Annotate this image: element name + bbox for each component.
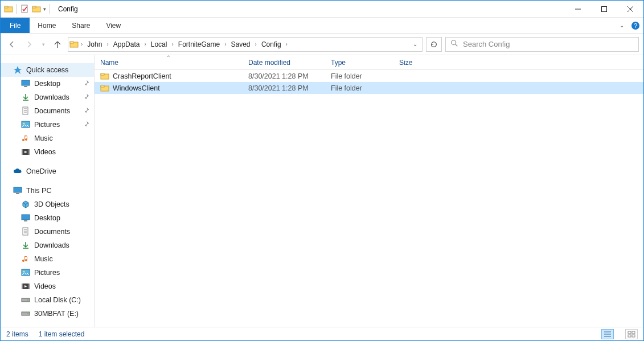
refresh-button[interactable] [426,37,442,52]
file-type: File folder [325,72,393,80]
body: Quick access DesktopDownloadsDocumentsPi… [1,55,643,327]
svg-rect-2 [22,5,27,13]
documents-icon [21,106,30,116]
qat-dropdown-icon[interactable]: ▾ [43,6,46,12]
column-header-size[interactable]: Size [393,55,433,69]
navigation-pane: Quick access DesktopDownloadsDocumentsPi… [1,55,95,327]
sidebar-item-videos[interactable]: Videos [1,280,94,293]
up-button[interactable] [51,38,64,51]
sidebar-item-music[interactable]: Music [1,132,94,145]
tab-share[interactable]: Share [64,18,98,33]
back-button[interactable] [5,38,19,51]
documents-icon [21,227,30,236]
sidebar-onedrive[interactable]: OneDrive [1,165,94,178]
svg-rect-12 [70,42,73,43]
ribbon-expand-icon[interactable]: ⌄ [616,18,627,33]
tab-home[interactable]: Home [30,18,64,33]
breadcrumb[interactable]: Local [149,38,170,51]
folder-icon[interactable] [32,5,41,14]
chevron-right-icon[interactable]: › [254,41,258,47]
sidebar-item-documents[interactable]: Documents [1,225,94,239]
sidebar-quick-access[interactable]: Quick access [1,63,94,77]
address-bar[interactable]: › John› AppData› Local› FortniteGame› Sa… [68,37,423,52]
svg-rect-57 [628,335,631,337]
breadcrumb[interactable]: AppData [111,38,142,51]
chevron-right-icon[interactable]: › [223,41,227,47]
sidebar-item-3d-objects[interactable]: 3D Objects [1,198,94,211]
search-box[interactable]: Search Config [445,37,639,52]
properties-icon[interactable] [20,5,30,14]
chevron-right-icon[interactable]: › [80,41,84,47]
breadcrumb[interactable]: FortniteGame [176,38,222,51]
svg-marker-15 [14,66,22,74]
recent-dropdown-icon[interactable]: ▾ [39,38,47,51]
music-icon [21,134,30,143]
column-header-date[interactable]: Date modified [243,55,325,69]
sidebar-item-label: Pictures [34,121,60,129]
sidebar-item-downloads[interactable]: Downloads [1,91,94,104]
breadcrumb[interactable]: Saved [229,38,253,51]
sidebar-item-desktop[interactable]: Desktop [1,211,94,225]
svg-point-45 [27,299,28,301]
sidebar-item-music[interactable]: Music [1,252,94,266]
3d-icon [21,200,30,209]
details-view-button[interactable] [601,329,614,339]
svg-rect-55 [628,331,631,334]
onedrive-icon [13,167,22,176]
file-tab[interactable]: File [1,18,30,33]
sidebar-item-pictures[interactable]: Pictures [1,266,94,280]
column-header-name[interactable]: Name⌃ [95,55,243,69]
folder-icon [69,40,79,49]
close-button[interactable] [617,1,643,18]
videos-icon [21,147,30,157]
thumbnails-view-button[interactable] [625,329,638,339]
sidebar-this-pc[interactable]: This PC [1,184,94,198]
file-name: CrashReportClient [113,72,171,80]
chevron-right-icon[interactable]: › [105,41,109,47]
downloads-icon [21,241,30,250]
sidebar-item-label: Videos [34,148,56,156]
sidebar-item-videos[interactable]: Videos [1,145,94,159]
sidebar-item-label: Music [34,255,53,263]
sidebar-item-label: 30MBFAT (E:) [34,310,79,318]
svg-rect-31 [22,215,30,220]
search-placeholder: Search Config [463,40,510,48]
chevron-right-icon[interactable]: › [285,41,289,47]
file-rows: CrashReportClient8/30/2021 1:28 PMFile f… [95,70,643,327]
svg-rect-17 [24,86,27,87]
sidebar-item-label: Quick access [26,66,68,74]
maximize-button[interactable] [591,1,617,18]
svg-rect-41 [22,284,23,289]
breadcrumb[interactable]: John [85,38,104,51]
tab-view[interactable]: View [98,18,129,33]
sidebar-item-pictures[interactable]: Pictures [1,118,94,132]
pictures-icon [21,120,30,129]
sidebar-item-30mbfat-e-[interactable]: 30MBFAT (E:) [1,307,94,321]
svg-rect-4 [32,6,36,8]
table-row[interactable]: WindowsClient8/30/2021 1:28 PMFile folde… [95,82,643,94]
svg-rect-51 [101,85,104,87]
status-item-count: 2 items [6,330,28,338]
sidebar-item-documents[interactable]: Documents [1,104,94,118]
sidebar-item-local-disk-c-[interactable]: Local Disk (C:) [1,293,94,307]
sidebar-item-label: 3D Objects [34,200,69,208]
sidebar-item-label: Downloads [34,241,69,249]
forward-button[interactable] [22,38,36,51]
address-dropdown-icon[interactable]: ⌄ [409,41,421,47]
help-button[interactable]: ? [627,18,643,33]
sidebar-item-desktop[interactable]: Desktop [1,77,94,91]
breadcrumb[interactable]: Config [259,38,284,51]
sidebar-item-label: Local Disk (C:) [34,296,81,304]
sidebar-item-downloads[interactable]: Downloads [1,239,94,252]
svg-point-24 [23,123,25,125]
sidebar-item-label: This PC [26,187,51,195]
table-row[interactable]: CrashReportClient8/30/2021 1:28 PMFile f… [95,70,643,82]
pin-icon [83,80,89,88]
minimize-button[interactable] [565,1,591,18]
svg-rect-30 [16,193,19,194]
column-header-type[interactable]: Type [325,55,393,69]
svg-rect-16 [22,80,30,85]
svg-rect-32 [24,220,27,221]
chevron-right-icon[interactable]: › [170,41,174,47]
chevron-right-icon[interactable]: › [143,41,147,47]
